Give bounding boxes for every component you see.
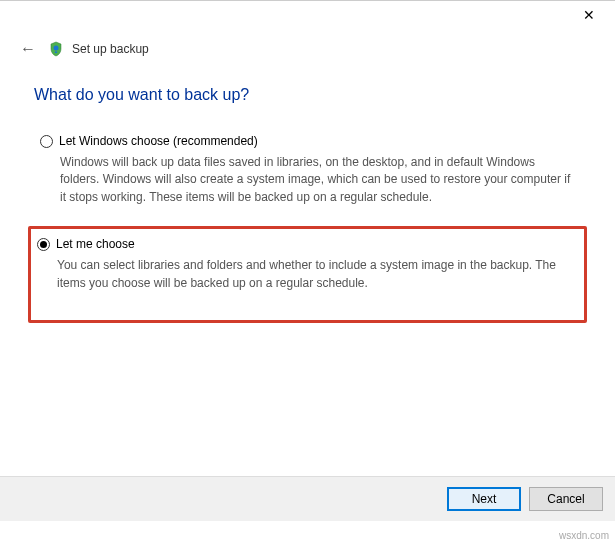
radio-label: Let Windows choose (recommended) xyxy=(59,134,258,148)
next-button[interactable]: Next xyxy=(447,487,521,511)
back-arrow-icon[interactable]: ← xyxy=(16,38,40,60)
shield-icon xyxy=(48,41,64,57)
radio-icon-selected[interactable] xyxy=(37,238,50,251)
radio-icon[interactable] xyxy=(40,135,53,148)
radio-row[interactable]: Let me choose xyxy=(37,237,578,251)
header: ← Set up backup xyxy=(0,28,615,64)
svg-point-0 xyxy=(54,46,59,51)
cancel-button[interactable]: Cancel xyxy=(529,487,603,511)
radio-row[interactable]: Let Windows choose (recommended) xyxy=(40,134,575,148)
close-icon[interactable]: ✕ xyxy=(575,4,603,26)
radio-label: Let me choose xyxy=(56,237,135,251)
option-description: You can select libraries and folders and… xyxy=(57,257,577,292)
watermark: wsxdn.com xyxy=(559,530,609,541)
titlebar: ✕ xyxy=(0,0,615,28)
option-let-me-choose[interactable]: Let me choose You can select libraries a… xyxy=(28,226,587,323)
footer: Next Cancel xyxy=(0,476,615,521)
page-heading: What do you want to back up? xyxy=(34,86,581,104)
option-windows-choose[interactable]: Let Windows choose (recommended) Windows… xyxy=(34,130,581,210)
option-description: Windows will back up data files saved in… xyxy=(60,154,575,206)
window-title: Set up backup xyxy=(72,42,149,56)
content-area: What do you want to back up? Let Windows… xyxy=(0,64,615,349)
